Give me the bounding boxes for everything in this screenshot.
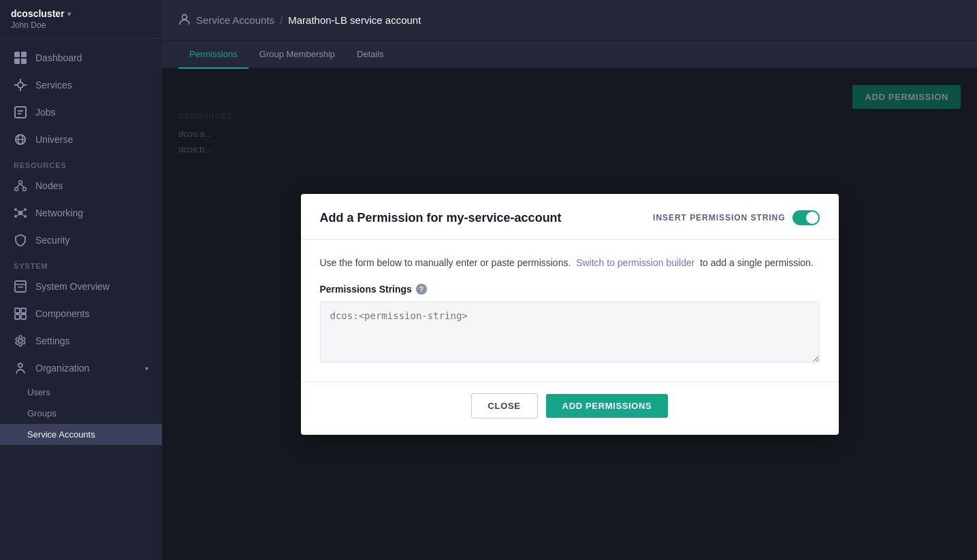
svg-line-18 [16,184,20,188]
permission-strings-label-text: Permissions Strings [320,284,412,295]
svg-rect-33 [15,308,20,313]
topbar: Service Accounts / Marathon-LB service a… [162,0,977,41]
sidebar-item-label: Services [35,80,72,90]
description-suffix-text: to add a single permission. [700,257,814,268]
svg-point-22 [14,208,17,211]
modal-body: Use the form below to manually enter or … [301,240,839,382]
sidebar-sub-item-label: Groups [27,408,57,418]
description-prefix-text: Use the form below to manually enter or … [320,257,571,268]
svg-point-4 [18,82,23,88]
sidebar-item-system-overview[interactable]: System Overview [0,273,162,300]
permission-modal: Add a Permission for my-service-account … [301,194,839,435]
svg-point-37 [18,339,22,343]
svg-line-28 [17,214,19,216]
modal-footer: CLOSE ADD PERMISSIONS [301,382,839,435]
sidebar-item-label: Jobs [35,107,56,118]
svg-rect-2 [14,59,20,64]
breadcrumb-separator: / [280,14,283,26]
cluster-name[interactable]: dcoscluster ▾ [11,8,151,19]
system-section-label: SYSTEM [0,254,162,273]
sidebar-item-nodes[interactable]: Nodes [0,172,162,199]
svg-rect-0 [14,52,20,57]
organization-icon [14,361,27,375]
svg-point-15 [19,181,22,184]
resources-section-label: RESOURCES [0,153,162,172]
breadcrumb-current: Marathon-LB service account [288,14,421,26]
switch-to-builder-link[interactable]: Switch to permission builder [576,257,694,268]
sidebar-item-universe[interactable]: Universe [0,126,162,153]
insert-permission-toggle-group: INSERT PERMISSION STRING [653,210,819,225]
svg-rect-34 [21,308,26,313]
svg-line-26 [17,210,19,212]
svg-point-23 [24,208,27,211]
breadcrumb: Service Accounts / Marathon-LB service a… [178,13,421,27]
org-caret-icon: ▾ [145,365,148,372]
modal-overlay: Add a Permission for my-service-account … [162,69,977,560]
svg-line-19 [20,184,25,188]
content-area: ADD PERMISSION RESOURCES dcos:a... dcos:… [162,69,977,560]
settings-icon [14,334,27,348]
sidebar-item-label: Universe [35,134,73,145]
svg-rect-9 [15,107,26,118]
security-icon [14,233,27,247]
toggle-label: INSERT PERMISSION STRING [653,213,785,223]
sidebar-nav: Dashboard Services Jobs Universe RESOURC… [0,39,162,560]
sidebar-item-dashboard[interactable]: Dashboard [0,44,162,71]
sidebar-sub-item-label: Service Accounts [27,429,95,440]
tab-permissions[interactable]: Permissions [178,41,249,69]
sidebar-item-label: Components [35,308,89,319]
svg-point-16 [15,188,18,191]
permission-strings-input[interactable] [320,301,820,363]
sidebar-item-services[interactable]: Services [0,71,162,99]
sidebar-item-label: Networking [35,208,83,218]
main-content: Service Accounts / Marathon-LB service a… [162,0,977,560]
sidebar-sub-item-users[interactable]: Users [0,382,162,403]
networking-icon [14,206,27,220]
user-name: John Doe [11,20,151,30]
sidebar-sub-item-label: Users [27,387,50,397]
sidebar-item-security[interactable]: Security [0,227,162,254]
svg-line-29 [22,214,24,216]
help-icon[interactable]: ? [416,284,427,295]
sidebar-item-settings[interactable]: Settings [0,327,162,355]
nodes-icon [14,179,27,193]
svg-rect-30 [15,281,26,292]
system-overview-icon [14,280,27,293]
jobs-icon [14,105,27,119]
permission-strings-label: Permissions Strings ? [320,284,820,295]
sidebar-item-label: Settings [35,335,70,346]
svg-rect-36 [21,314,26,319]
sidebar-item-components[interactable]: Components [0,300,162,327]
components-icon [14,307,27,320]
sidebar-sub-item-service-accounts[interactable]: Service Accounts [0,424,162,445]
svg-point-25 [24,215,27,218]
svg-line-27 [22,210,24,212]
sidebar-item-label: Organization [35,363,89,374]
sidebar-item-label: Dashboard [35,52,82,63]
modal-title: Add a Permission for my-service-account [320,211,562,225]
modal-description: Use the form below to manually enter or … [320,256,820,270]
svg-point-39 [182,15,187,20]
close-button[interactable]: CLOSE [471,393,538,418]
add-permissions-button[interactable]: ADD PERMISSIONS [546,394,669,418]
modal-header: Add a Permission for my-service-account … [301,194,839,240]
sidebar-item-jobs[interactable]: Jobs [0,99,162,126]
cluster-name-text: dcoscluster [11,8,65,19]
breadcrumb-parent[interactable]: Service Accounts [196,14,274,26]
tab-details[interactable]: Details [346,41,395,69]
toggle-switch[interactable] [792,210,820,225]
sidebar-item-networking[interactable]: Networking [0,199,162,227]
sidebar-item-organization[interactable]: Organization ▾ [0,355,162,382]
tab-bar: Permissions Group Membership Details [162,41,977,69]
sidebar: dcoscluster ▾ John Doe Dashboard Service… [0,0,162,560]
tab-group-membership[interactable]: Group Membership [249,41,346,69]
sidebar-item-label: Security [35,235,70,246]
svg-point-17 [23,188,27,191]
svg-point-24 [14,215,17,218]
svg-point-38 [18,363,22,367]
sidebar-header: dcoscluster ▾ John Doe [0,0,162,39]
person-icon [178,13,191,27]
sidebar-item-label: Nodes [35,180,63,191]
sidebar-sub-item-groups[interactable]: Groups [0,403,162,424]
svg-rect-35 [15,314,20,319]
